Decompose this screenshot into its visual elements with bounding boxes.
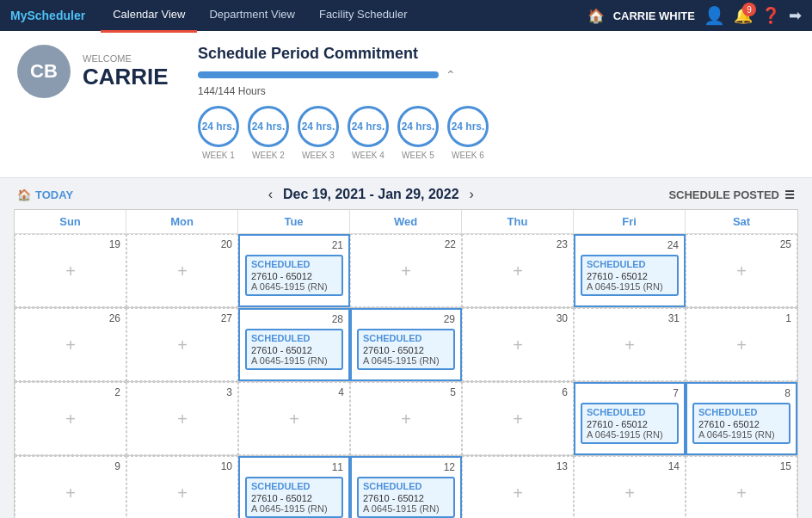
week-circle-label: WEEK 4 xyxy=(352,151,384,160)
navbar: MyScheduler Calendar View Department Vie… xyxy=(0,0,812,31)
cal-week-row-1: 26+27+28 SCHEDULED 27610 - 65012 A 0645-… xyxy=(15,308,797,382)
day-number: 4 xyxy=(338,386,344,398)
cal-day-14[interactable]: 14+ xyxy=(574,456,686,518)
day-number: 12 xyxy=(444,461,455,473)
shift-card[interactable]: SCHEDULED 27610 - 65012 A 0645-1915 (RN) xyxy=(245,329,343,370)
shift-card[interactable]: SCHEDULED 27610 - 65012 A 0645-1915 (RN) xyxy=(581,403,679,444)
user-display-name: CARRIE xyxy=(83,64,169,90)
nav-facility-scheduler[interactable]: Facility Scheduler xyxy=(307,0,420,33)
cal-next-button[interactable]: › xyxy=(470,187,474,202)
cal-day-25[interactable]: 25+ xyxy=(686,234,797,307)
day-add-button[interactable]: + xyxy=(177,410,188,428)
welcome-label: WELCOME xyxy=(83,53,169,64)
today-button[interactable]: 🏠 TODAY xyxy=(17,188,73,201)
cal-day-2[interactable]: 2+ xyxy=(15,382,126,455)
day-add-button[interactable]: + xyxy=(177,484,188,502)
week-circle-value: 24 hrs. xyxy=(397,106,439,147)
day-number: 26 xyxy=(109,312,120,324)
cal-header-tue: Tue xyxy=(238,210,350,233)
schedule-posted-label: SCHEDULE POSTED ☰ xyxy=(668,188,795,201)
brand[interactable]: MyScheduler xyxy=(10,9,85,22)
logout-icon-button[interactable]: ➡ xyxy=(789,6,802,25)
day-number: 30 xyxy=(557,312,568,324)
nav-calendar-view[interactable]: Calendar View xyxy=(101,0,197,33)
cal-day-21[interactable]: 21 SCHEDULED 27610 - 65012 A 0645-1915 (… xyxy=(238,234,350,307)
shift-card[interactable]: SCHEDULED 27610 - 65012 A 0645-1915 (RN) xyxy=(245,477,343,518)
cal-day-13[interactable]: 13+ xyxy=(462,456,574,518)
cal-day-3[interactable]: 3+ xyxy=(126,382,238,455)
shift-card[interactable]: SCHEDULED 27610 - 65012 A 0645-1915 (RN) xyxy=(357,477,455,518)
shift-id: 27610 - 65012 xyxy=(251,271,337,281)
day-add-button[interactable]: + xyxy=(401,262,411,280)
shift-card[interactable]: SCHEDULED 27610 - 65012 A 0645-1915 (RN) xyxy=(692,403,790,444)
day-add-button[interactable]: + xyxy=(513,410,523,428)
day-add-button[interactable]: + xyxy=(177,336,188,354)
week-circle-6: 24 hrs. WEEK 6 xyxy=(447,106,489,160)
cal-day-19[interactable]: 19+ xyxy=(15,234,126,307)
cal-day-28[interactable]: 28 SCHEDULED 27610 - 65012 A 0645-1915 (… xyxy=(238,308,350,381)
day-add-button[interactable]: + xyxy=(65,410,76,428)
day-add-button[interactable]: + xyxy=(65,336,76,354)
day-add-button[interactable]: + xyxy=(401,410,411,428)
cal-day-26[interactable]: 26+ xyxy=(15,308,126,381)
spc-chevron-icon[interactable]: ⌃ xyxy=(446,68,456,82)
day-add-button[interactable]: + xyxy=(513,336,523,354)
day-number: 10 xyxy=(221,460,232,472)
shift-id: 27610 - 65012 xyxy=(251,345,337,355)
cal-day-10[interactable]: 10+ xyxy=(126,456,238,518)
cal-day-24[interactable]: 24 SCHEDULED 27610 - 65012 A 0645-1915 (… xyxy=(574,234,686,307)
day-add-button[interactable]: + xyxy=(624,484,635,502)
cal-day-30[interactable]: 30+ xyxy=(462,308,574,381)
shift-id: 27610 - 65012 xyxy=(587,271,673,281)
shift-label: SCHEDULED xyxy=(363,333,449,343)
notification-icon-button[interactable]: 🔔 9 xyxy=(734,6,753,25)
cal-day-5[interactable]: 5+ xyxy=(350,382,462,455)
account-icon-button[interactable]: 👤 xyxy=(704,5,725,26)
cal-day-20[interactable]: 20+ xyxy=(126,234,238,307)
cal-day-4[interactable]: 4+ xyxy=(238,382,350,455)
day-add-button[interactable]: + xyxy=(736,262,747,280)
home-small-icon: 🏠 xyxy=(17,188,31,201)
cal-day-31[interactable]: 31+ xyxy=(574,308,686,381)
cal-day-11[interactable]: 11 SCHEDULED 27610 - 65012 A 0645-1915 (… xyxy=(238,456,350,518)
day-add-button[interactable]: + xyxy=(624,336,635,354)
cal-day-1[interactable]: 1+ xyxy=(686,308,797,381)
shift-id: 27610 - 65012 xyxy=(698,419,784,429)
cal-prev-button[interactable]: ‹ xyxy=(268,187,273,202)
avatar: CB xyxy=(17,45,71,98)
day-add-button[interactable]: + xyxy=(736,336,747,354)
nav-department-view[interactable]: Department View xyxy=(197,0,306,33)
shift-id: 27610 - 65012 xyxy=(363,493,449,503)
filter-icon[interactable]: ☰ xyxy=(784,188,795,201)
cal-day-12[interactable]: 12 SCHEDULED 27610 - 65012 A 0645-1915 (… xyxy=(350,456,462,518)
shift-time: A 0645-1915 (RN) xyxy=(363,355,449,366)
cal-day-27[interactable]: 27+ xyxy=(126,308,238,381)
cal-day-8[interactable]: 8 SCHEDULED 27610 - 65012 A 0645-1915 (R… xyxy=(686,382,797,455)
cal-day-7[interactable]: 7 SCHEDULED 27610 - 65012 A 0645-1915 (R… xyxy=(574,382,686,455)
shift-card[interactable]: SCHEDULED 27610 - 65012 A 0645-1915 (RN) xyxy=(581,255,679,296)
cal-day-6[interactable]: 6+ xyxy=(462,382,574,455)
calendar-section: 🏠 TODAY ‹ Dec 19, 2021 - Jan 29, 2022 › … xyxy=(0,178,812,518)
spc-content: Schedule Period Commitment ⌃ 144/144 Hou… xyxy=(198,45,795,160)
cal-day-9[interactable]: 9+ xyxy=(15,456,126,518)
day-add-button[interactable]: + xyxy=(65,262,76,280)
day-add-button[interactable]: + xyxy=(177,262,188,280)
day-add-button[interactable]: + xyxy=(736,484,747,502)
day-add-button[interactable]: + xyxy=(513,262,523,280)
shift-label: SCHEDULED xyxy=(251,333,337,343)
help-icon-button[interactable]: ❓ xyxy=(761,6,780,25)
cal-day-23[interactable]: 23+ xyxy=(462,234,574,307)
day-number: 3 xyxy=(226,386,232,398)
day-add-button[interactable]: + xyxy=(289,410,299,428)
day-add-button[interactable]: + xyxy=(513,484,523,502)
shift-card[interactable]: SCHEDULED 27610 - 65012 A 0645-1915 (RN) xyxy=(245,255,343,296)
shift-card[interactable]: SCHEDULED 27610 - 65012 A 0645-1915 (RN) xyxy=(357,329,455,370)
week-circle-value: 24 hrs. xyxy=(447,106,489,147)
day-add-button[interactable]: + xyxy=(65,484,76,502)
cal-day-22[interactable]: 22+ xyxy=(350,234,462,307)
cal-day-29[interactable]: 29 SCHEDULED 27610 - 65012 A 0645-1915 (… xyxy=(350,308,462,381)
day-number: 28 xyxy=(332,313,343,325)
cal-day-15[interactable]: 15+ xyxy=(686,456,797,518)
spc-section: CB WELCOME CARRIE Schedule Period Commit… xyxy=(0,31,812,178)
day-number: 22 xyxy=(445,238,456,250)
